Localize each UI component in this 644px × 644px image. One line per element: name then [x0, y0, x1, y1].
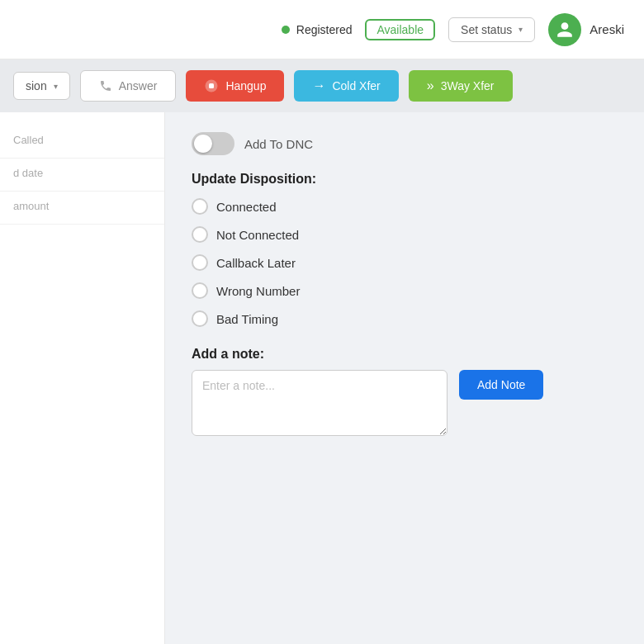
disposition-radio-group: Connected Not Connected Callback Later W…: [192, 198, 618, 327]
note-textarea[interactable]: [192, 370, 447, 436]
radio-bad-timing[interactable]: Bad Timing: [192, 310, 618, 327]
hangup-label: Hangup: [225, 79, 266, 92]
3way-xfer-button[interactable]: » 3Way Xfer: [409, 70, 513, 102]
panel-field-called: Called: [0, 125, 164, 159]
radio-circle: [192, 254, 208, 271]
radio-circle: [192, 226, 208, 243]
avatar: [548, 13, 581, 46]
3way-xfer-label: 3Way Xfer: [441, 79, 495, 92]
hangup-button[interactable]: Hangup: [186, 70, 284, 102]
phone-icon: [99, 79, 112, 92]
chevron-down-icon: ▾: [519, 25, 523, 34]
add-note-button[interactable]: Add Note: [459, 370, 543, 400]
note-row: Add Note: [192, 370, 618, 436]
note-section-title: Add a note:: [192, 347, 618, 362]
called-label: Called: [13, 134, 151, 146]
radio-circle: [192, 282, 208, 299]
user-menu[interactable]: Areski: [548, 13, 624, 46]
svg-rect-1: [209, 83, 214, 88]
radio-circle: [192, 310, 208, 327]
radio-connected[interactable]: Connected: [192, 198, 618, 215]
top-bar: Registered Available Set status ▾ Areski: [0, 0, 644, 59]
radio-circle: [192, 198, 208, 215]
dnc-row: Add To DNC: [192, 132, 618, 155]
amount-label: amount: [13, 200, 151, 212]
status-dot: [282, 26, 290, 34]
hangup-icon: [204, 78, 219, 93]
answer-label: Answer: [119, 79, 158, 92]
radio-label-callback-later: Callback Later: [216, 256, 296, 270]
available-badge[interactable]: Available: [365, 19, 435, 40]
left-panel: Called d date amount: [0, 112, 165, 644]
radio-label-not-connected: Not Connected: [216, 228, 299, 242]
user-icon: [556, 21, 574, 39]
chevron-down-icon: ▾: [54, 82, 58, 91]
radio-label-connected: Connected: [216, 200, 277, 214]
radio-wrong-number[interactable]: Wrong Number: [192, 282, 618, 299]
radio-label-bad-timing: Bad Timing: [216, 312, 278, 326]
action-bar: sion ▾ Answer Hangup → Cold Xfer » 3Way …: [0, 59, 644, 112]
set-status-label: Set status: [461, 23, 512, 36]
session-label: sion: [26, 79, 47, 92]
arrow-right-icon: →: [312, 78, 325, 93]
radio-label-wrong-number: Wrong Number: [216, 284, 300, 298]
date-label: d date: [13, 167, 151, 179]
disposition-title: Update Disposition:: [192, 172, 618, 187]
radio-callback-later[interactable]: Callback Later: [192, 254, 618, 271]
toggle-thumb: [194, 135, 212, 153]
answer-button[interactable]: Answer: [80, 70, 177, 102]
set-status-dropdown[interactable]: Set status ▾: [448, 17, 535, 42]
cold-xfer-label: Cold Xfer: [332, 79, 380, 92]
session-dropdown[interactable]: sion ▾: [13, 72, 70, 100]
toggle-track: [192, 132, 234, 155]
username-label: Areski: [590, 22, 624, 36]
main-content: Called d date amount Add To DNC Update D…: [0, 112, 644, 644]
cold-xfer-button[interactable]: → Cold Xfer: [294, 70, 398, 102]
dnc-label: Add To DNC: [244, 137, 313, 151]
panel-field-amount: amount: [0, 192, 164, 225]
right-panel: Add To DNC Update Disposition: Connected…: [165, 112, 644, 644]
registered-indicator: Registered: [282, 23, 353, 36]
dnc-toggle[interactable]: [192, 132, 234, 155]
registered-label: Registered: [296, 23, 353, 36]
radio-not-connected[interactable]: Not Connected: [192, 226, 618, 243]
panel-field-date: d date: [0, 159, 164, 192]
double-arrow-icon: »: [427, 78, 434, 93]
